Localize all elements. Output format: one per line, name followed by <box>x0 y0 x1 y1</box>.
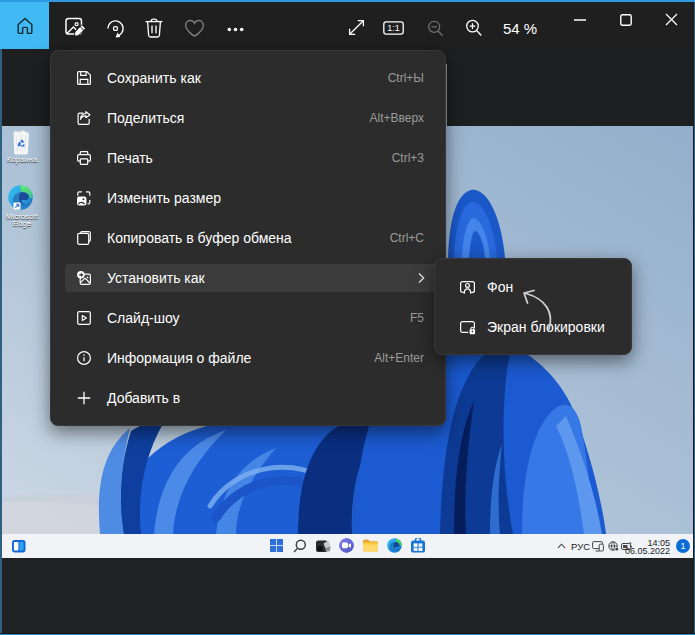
svg-text:1:1: 1:1 <box>387 23 400 33</box>
